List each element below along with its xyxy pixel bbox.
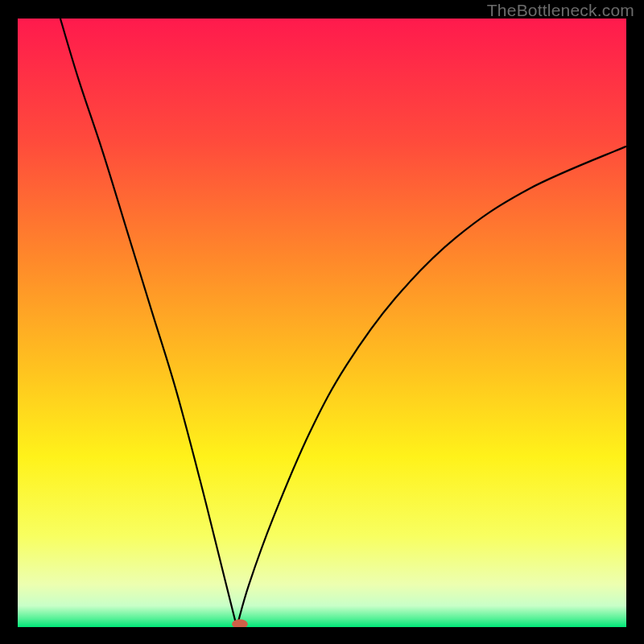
- chart-frame: [18, 19, 626, 627]
- svg-rect-0: [18, 19, 626, 627]
- watermark-text: TheBottleneck.com: [487, 1, 634, 20]
- chart-background-gradient: [18, 19, 626, 627]
